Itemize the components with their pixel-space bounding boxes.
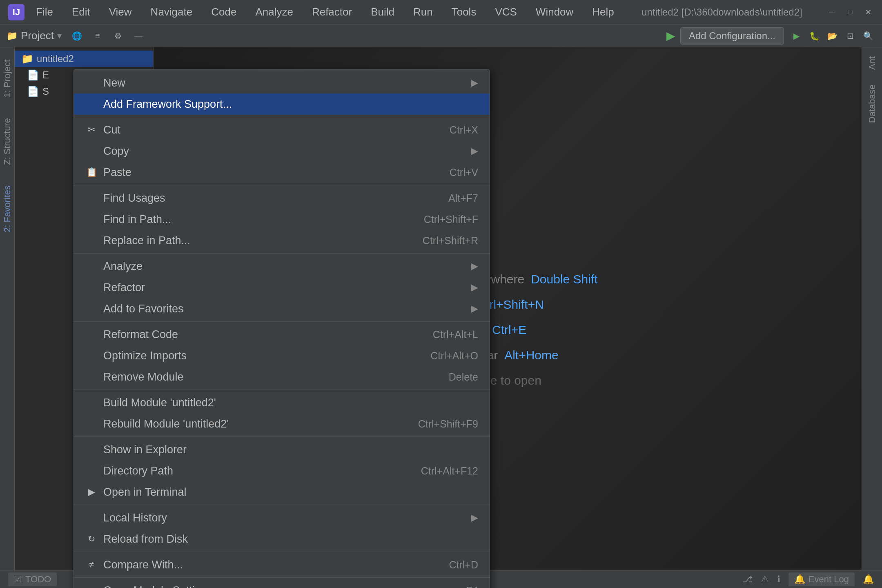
refactor-label: Refactor — [103, 281, 466, 294]
dir-path-label: Directory Path — [103, 465, 415, 477]
toolbar-gear-icon[interactable]: ⚙ — [111, 29, 125, 43]
menu-help[interactable]: Help — [589, 4, 617, 20]
minimize-button[interactable]: ─ — [826, 7, 838, 18]
menu-item-local-history[interactable]: Local History▶ — [74, 507, 490, 528]
find-in-path-label: Find in Path... — [103, 213, 418, 226]
todo-button[interactable]: ☑ TODO — [8, 572, 57, 586]
open-folder-icon[interactable]: 📂 — [825, 29, 840, 43]
menu-analyze[interactable]: Analyze — [252, 4, 296, 20]
menu-item-optimize[interactable]: Optimize ImportsCtrl+Alt+O — [74, 345, 490, 366]
replace-in-path-label: Replace in Path... — [103, 234, 417, 247]
menu-separator — [74, 321, 490, 322]
app-logo: IJ — [8, 4, 24, 20]
menu-item-replace-in-path[interactable]: Replace in Path...Ctrl+Shift+R — [74, 230, 490, 251]
database-panel-tab[interactable]: Database — [865, 80, 879, 127]
optimize-label: Optimize Imports — [103, 350, 425, 362]
find-usages-shortcut: Alt+F7 — [448, 192, 478, 204]
menu-item-open-terminal[interactable]: ▶Open in Terminal — [74, 481, 490, 503]
cut-label: Cut — [103, 124, 444, 136]
remove-module-shortcut: Delete — [449, 371, 478, 383]
rebuild-module-shortcut: Ctrl+Shift+F9 — [418, 418, 478, 430]
menu-item-module-settings[interactable]: Open Module SettingsF4 — [74, 580, 490, 588]
menu-item-reformat[interactable]: Reformat CodeCtrl+Alt+L — [74, 324, 490, 345]
tree-item-untitled2[interactable]: 📁 untitled2 — [15, 51, 153, 67]
cut-shortcut: Ctrl+X — [450, 124, 478, 136]
close-button[interactable]: ✕ — [862, 7, 874, 18]
run-icon[interactable]: ▶ — [789, 29, 804, 43]
reformat-label: Reformat Code — [103, 328, 427, 341]
menu-item-rebuild-module[interactable]: Rebuild Module 'untitled2'Ctrl+Shift+F9 — [74, 413, 490, 434]
menu-separator — [74, 117, 490, 117]
menu-vcs[interactable]: VCS — [492, 4, 520, 20]
compare-with-icon: ≠ — [85, 559, 98, 570]
add-favorites-arrow-icon: ▶ — [471, 303, 478, 314]
menu-item-reload-disk[interactable]: ↻Reload from Disk — [74, 528, 490, 550]
toolbar-globe-icon[interactable]: 🌐 — [70, 29, 85, 43]
menu-run[interactable]: Run — [410, 4, 436, 20]
info-icon: ℹ — [777, 574, 780, 585]
menu-edit[interactable]: Edit — [69, 4, 94, 20]
menu-item-paste[interactable]: 📋PasteCtrl+V — [74, 162, 490, 183]
cut-icon: ✂ — [85, 125, 98, 135]
split-icon[interactable]: ⊡ — [843, 29, 858, 43]
dir-path-shortcut: Ctrl+Alt+F12 — [421, 465, 478, 477]
event-log-button[interactable]: 🔔 Event Log — [788, 572, 855, 586]
copy-label: Copy — [103, 145, 466, 158]
menu-tools[interactable]: Tools — [448, 4, 480, 20]
add-framework-label: Add Framework Support... — [103, 98, 478, 111]
menu-code[interactable]: Code — [208, 4, 240, 20]
menu-item-refactor[interactable]: Refactor▶ — [74, 277, 490, 298]
paste-icon: 📋 — [85, 167, 98, 178]
menu-item-build-module[interactable]: Build Module 'untitled2' — [74, 392, 490, 413]
menu-item-remove-module[interactable]: Remove ModuleDelete — [74, 366, 490, 388]
rebuild-module-label: Rebuild Module 'untitled2' — [103, 418, 412, 430]
menu-build[interactable]: Build — [368, 4, 398, 20]
remove-module-label: Remove Module — [103, 371, 443, 383]
menu-item-add-framework[interactable]: Add Framework Support... — [74, 94, 490, 115]
debug-icon[interactable]: 🐛 — [807, 29, 822, 43]
replace-in-path-shortcut: Ctrl+Shift+R — [423, 235, 478, 247]
menu-item-find-in-path[interactable]: Find in Path...Ctrl+Shift+F — [74, 209, 490, 230]
menu-separator — [74, 390, 490, 390]
menu-window[interactable]: Window — [532, 4, 577, 20]
statusbar-left: ☑ TODO — [8, 572, 57, 586]
menu-item-compare-with[interactable]: ≠Compare With...Ctrl+D — [74, 554, 490, 575]
ant-panel-tab[interactable]: Ant — [865, 52, 879, 74]
menu-item-add-favorites[interactable]: Add to Favorites▶ — [74, 298, 490, 319]
menu-refactor[interactable]: Refactor — [309, 4, 355, 20]
favorites-tab[interactable]: 2: Favorites — [0, 181, 14, 236]
search-icon[interactable]: 🔍 — [861, 29, 875, 43]
left-panel-tabs: 1: Project Z: Structure 2: Favorites — [0, 47, 15, 588]
toolbar-icons: 🌐 ≡ ⚙ — — [70, 29, 146, 43]
open-terminal-icon: ▶ — [85, 487, 98, 497]
structure-tab[interactable]: Z: Structure — [0, 114, 14, 169]
menu-item-find-usages[interactable]: Find UsagesAlt+F7 — [74, 187, 490, 209]
notifications-icon: 🔔 — [863, 574, 874, 585]
menu-file[interactable]: File — [33, 4, 56, 20]
menu-item-copy[interactable]: Copy▶ — [74, 140, 490, 162]
add-favorites-label: Add to Favorites — [103, 303, 466, 315]
refactor-arrow-icon: ▶ — [471, 282, 478, 293]
toolbar-settings-icon[interactable]: ≡ — [90, 29, 105, 43]
menu-item-dir-path[interactable]: Directory PathCtrl+Alt+F12 — [74, 460, 490, 481]
find-in-path-shortcut: Ctrl+Shift+F — [424, 214, 478, 225]
build-module-label: Build Module 'untitled2' — [103, 396, 478, 409]
menu-item-analyze[interactable]: Analyze▶ — [74, 256, 490, 277]
paste-label: Paste — [103, 166, 444, 179]
module-settings-label: Open Module Settings — [103, 584, 461, 588]
menu-item-new[interactable]: New▶ — [74, 72, 490, 94]
module-settings-shortcut: F4 — [466, 585, 478, 588]
show-explorer-label: Show in Explorer — [103, 443, 478, 456]
add-configuration-button[interactable]: Add Configuration... — [680, 27, 784, 45]
menu-separator — [74, 505, 490, 505]
menu-item-cut[interactable]: ✂CutCtrl+X — [74, 119, 490, 140]
reload-disk-label: Reload from Disk — [103, 533, 478, 546]
menu-navigate[interactable]: Navigate — [147, 4, 196, 20]
project-tab[interactable]: 1: Project — [0, 56, 14, 102]
menu-item-show-explorer[interactable]: Show in Explorer — [74, 439, 490, 460]
local-history-label: Local History — [103, 512, 466, 524]
toolbar-minus-icon[interactable]: — — [131, 29, 146, 43]
menu-view[interactable]: View — [106, 4, 135, 20]
toolbar: 📁 Project ▾ 🌐 ≡ ⚙ — ▶ Add Configuration.… — [0, 24, 882, 47]
maximize-button[interactable]: □ — [844, 7, 856, 18]
